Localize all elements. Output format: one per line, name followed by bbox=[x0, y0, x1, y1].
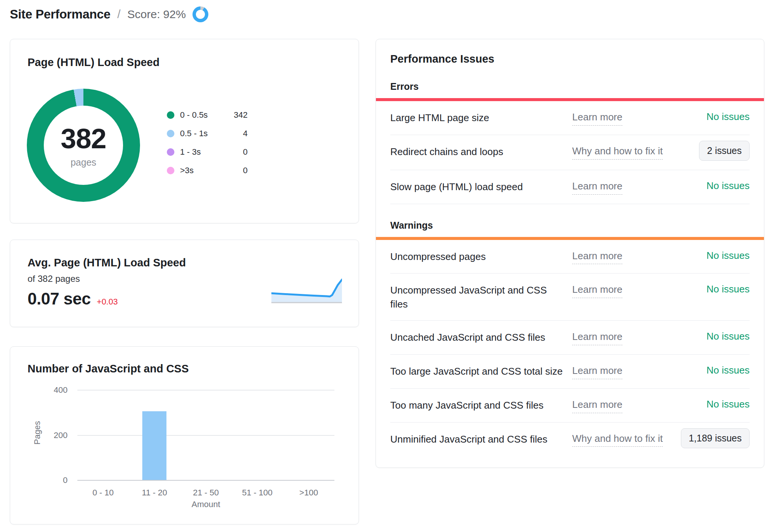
legend-label: 1 - 3s bbox=[180, 147, 201, 157]
avg-speed-value: 0.07 sec bbox=[28, 289, 91, 308]
x-category-label: >100 bbox=[282, 488, 335, 498]
no-issues-status: No issues bbox=[707, 364, 750, 376]
donut-total-unit: pages bbox=[71, 157, 96, 168]
y-tick-label: 200 bbox=[54, 431, 68, 440]
issue-help-link[interactable]: Learn more bbox=[572, 250, 622, 264]
issue-name: Uncached JavaScript and CSS files bbox=[390, 331, 572, 344]
page-load-speed-card: Page (HTML) Load Speed 382 pages 0 - 0.5… bbox=[10, 39, 359, 223]
js-css-count-card: Number of JavaScript and CSS Pages 02004… bbox=[10, 346, 359, 524]
score-text: Score: 92% bbox=[127, 8, 186, 21]
no-issues-status: No issues bbox=[707, 250, 750, 261]
section-accent-bar bbox=[376, 98, 764, 101]
legend-value: 0 bbox=[243, 147, 248, 157]
legend-value: 0 bbox=[243, 166, 248, 175]
y-tick-label: 400 bbox=[54, 385, 68, 395]
bar bbox=[142, 411, 166, 480]
breadcrumb-divider: / bbox=[117, 8, 121, 21]
legend-dot-icon bbox=[167, 130, 174, 137]
performance-issues-card: Performance Issues ErrorsLarge HTML page… bbox=[376, 39, 764, 468]
issue-name: Too many JavaScript and CSS files bbox=[390, 398, 572, 412]
issues-card-title: Performance Issues bbox=[390, 53, 750, 65]
avg-speed-sparkline bbox=[271, 278, 342, 304]
x-category-label: 51 - 100 bbox=[231, 488, 284, 498]
issue-help-link[interactable]: Learn more bbox=[572, 283, 622, 298]
legend-value: 342 bbox=[234, 110, 248, 120]
page-header: Site Performance / Score: 92% bbox=[10, 5, 208, 24]
issue-row: Unminified JavaScript and CSS filesWhy a… bbox=[390, 423, 750, 457]
no-issues-status: No issues bbox=[707, 331, 750, 342]
load-speed-legend: 0 - 0.5s3420.5 - 1s41 - 3s0>3s0 bbox=[167, 106, 248, 180]
legend-dot-icon bbox=[167, 167, 174, 174]
no-issues-status: No issues bbox=[707, 398, 750, 410]
issue-row: Uncached JavaScript and CSS filesLearn m… bbox=[390, 321, 750, 355]
no-issues-status: No issues bbox=[707, 283, 750, 295]
legend-item: >3s0 bbox=[167, 161, 248, 180]
legend-item: 0.5 - 1s4 bbox=[167, 124, 248, 143]
legend-label: >3s bbox=[180, 166, 194, 175]
issue-name: Redirect chains and loops bbox=[390, 145, 572, 159]
legend-item: 0 - 0.5s342 bbox=[167, 106, 248, 124]
page-title: Site Performance bbox=[10, 7, 111, 22]
issue-name: Slow page (HTML) load speed bbox=[390, 180, 572, 194]
issues-section-heading: Warnings bbox=[390, 220, 750, 231]
issues-list: Large HTML page sizeLearn moreNo issuesR… bbox=[390, 101, 750, 204]
issue-help-link[interactable]: Why and how to fix it bbox=[572, 145, 663, 160]
issue-name: Uncompressed JavaScript and CSS files bbox=[390, 283, 572, 311]
issues-sections: ErrorsLarge HTML page sizeLearn moreNo i… bbox=[390, 81, 750, 457]
issue-name: Large HTML page size bbox=[390, 111, 572, 125]
issues-section: ErrorsLarge HTML page sizeLearn moreNo i… bbox=[390, 81, 750, 204]
avg-speed-delta: +0.03 bbox=[97, 297, 118, 307]
issue-help-link[interactable]: Learn more bbox=[572, 364, 622, 379]
issue-row: Uncompressed pagesLearn moreNo issues bbox=[390, 240, 750, 274]
issues-list: Uncompressed pagesLearn moreNo issuesUnc… bbox=[390, 240, 750, 457]
gridline bbox=[77, 390, 334, 391]
issue-row: Uncompressed JavaScript and CSS filesLea… bbox=[390, 274, 750, 321]
issue-row: Redirect chains and loopsWhy and how to … bbox=[390, 135, 750, 170]
issues-section: WarningsUncompressed pagesLearn moreNo i… bbox=[390, 220, 750, 457]
x-category-label: 11 - 20 bbox=[128, 488, 181, 498]
score-ring-icon bbox=[192, 6, 208, 22]
issue-count-button[interactable]: 1,189 issues bbox=[681, 428, 750, 448]
no-issues-status: No issues bbox=[707, 180, 750, 192]
gridline bbox=[77, 435, 334, 436]
legend-dot-icon bbox=[167, 148, 174, 156]
section-accent-bar bbox=[376, 237, 764, 240]
x-category-label: 0 - 10 bbox=[77, 488, 129, 498]
y-tick-label: 0 bbox=[63, 475, 68, 485]
legend-value: 4 bbox=[243, 129, 248, 138]
issue-name: Uncompressed pages bbox=[390, 250, 572, 264]
gridline bbox=[77, 480, 334, 481]
no-issues-status: No issues bbox=[707, 111, 750, 123]
legend-label: 0.5 - 1s bbox=[180, 129, 208, 138]
issue-name: Unminified JavaScript and CSS files bbox=[390, 432, 572, 446]
js-css-chart: 02004000 - 1011 - 2021 - 5051 - 100>100 bbox=[77, 390, 334, 480]
issue-row: Large HTML page sizeLearn moreNo issues bbox=[390, 101, 750, 135]
x-category-label: 21 - 50 bbox=[180, 488, 233, 498]
issue-help-link[interactable]: Learn more bbox=[572, 111, 622, 126]
legend-item: 1 - 3s0 bbox=[167, 143, 248, 161]
card-title-avg-speed: Avg. Page (HTML) Load Speed bbox=[28, 257, 341, 269]
load-speed-donut: 382 pages bbox=[27, 89, 140, 202]
donut-center: 382 pages bbox=[44, 106, 123, 185]
issue-name: Too large JavaScript and CSS total size bbox=[390, 364, 572, 378]
card-title-load-speed: Page (HTML) Load Speed bbox=[28, 56, 341, 69]
issue-help-link[interactable]: Learn more bbox=[572, 180, 622, 195]
card-title-js-css: Number of JavaScript and CSS bbox=[28, 363, 341, 375]
legend-dot-icon bbox=[167, 111, 174, 119]
issue-row: Slow page (HTML) load speedLearn moreNo … bbox=[390, 170, 750, 204]
issue-row: Too large JavaScript and CSS total sizeL… bbox=[390, 355, 750, 389]
x-axis-label: Amount bbox=[77, 500, 334, 509]
avg-load-speed-card: Avg. Page (HTML) Load Speed of 382 pages… bbox=[10, 240, 359, 327]
legend-label: 0 - 0.5s bbox=[180, 110, 208, 120]
issue-row: Too many JavaScript and CSS filesLearn m… bbox=[390, 389, 750, 423]
issue-help-link[interactable]: Learn more bbox=[572, 331, 622, 345]
y-axis-label: Pages bbox=[32, 410, 42, 455]
donut-total-pages: 382 bbox=[61, 123, 106, 155]
issue-count-button[interactable]: 2 issues bbox=[699, 141, 750, 161]
issue-help-link[interactable]: Learn more bbox=[572, 398, 622, 413]
issue-help-link[interactable]: Why and how to fix it bbox=[572, 432, 663, 447]
issues-section-heading: Errors bbox=[390, 81, 750, 92]
